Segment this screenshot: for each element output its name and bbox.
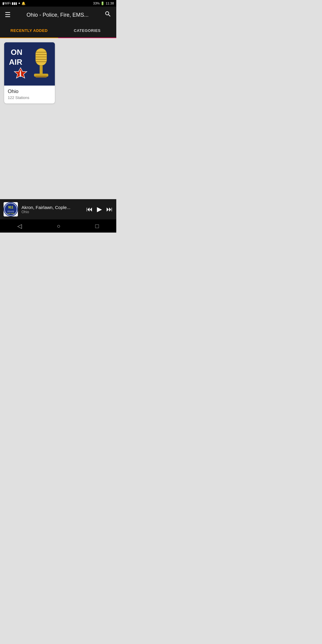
- recent-nav-button[interactable]: □: [95, 223, 99, 230]
- back-nav-button[interactable]: ◁: [17, 222, 22, 230]
- card-title: Ohio: [8, 89, 51, 95]
- player-controls: ⏮ ▶ ⏭: [86, 206, 113, 213]
- tab-recently-added-label: RECENTLY ADDED: [10, 28, 48, 33]
- tab-recently-added[interactable]: RECENTLY ADDED: [0, 23, 58, 38]
- svg-rect-13: [40, 66, 43, 75]
- menu-button[interactable]: ☰: [5, 12, 11, 18]
- card-body: Ohio 122 Stations: [4, 86, 55, 103]
- rewind-button[interactable]: ⏮: [86, 206, 93, 213]
- svg-text:AIR: AIR: [9, 58, 22, 66]
- ohio-card[interactable]: ON AIR: [4, 42, 55, 103]
- tab-bar: RECENTLY ADDED CATEGORIES: [0, 23, 116, 38]
- player-title: Akron, Fairlawn, Cople...: [21, 205, 83, 210]
- svg-rect-15: [35, 76, 47, 78]
- player-subtitle: Ohio: [21, 210, 83, 214]
- search-button[interactable]: [104, 10, 112, 19]
- status-left: ▮WiFi ▮▮▮ ✦ 🔔: [2, 1, 26, 5]
- home-nav-button[interactable]: ○: [57, 223, 60, 230]
- status-time-icons: 33% 🔋 11:38: [93, 1, 114, 5]
- status-bar: ▮WiFi ▮▮▮ ✦ 🔔 33% 🔋 11:38: [0, 0, 116, 7]
- tab-categories-label: CATEGORIES: [74, 28, 101, 33]
- svg-text:POLICE: POLICE: [7, 210, 14, 212]
- app-title: Ohio - Police, Fire, EMS...: [14, 12, 101, 18]
- tab-underline-recently-added: [0, 38, 58, 38]
- tab-underline-categories: [58, 38, 116, 38]
- svg-text:ON: ON: [11, 48, 22, 57]
- tab-categories[interactable]: CATEGORIES: [58, 23, 116, 38]
- card-subtitle: 122 Stations: [8, 95, 51, 100]
- content-area: ON AIR: [0, 38, 116, 199]
- player-thumbnail[interactable]: 911 POLICE FIRE EMS: [4, 202, 18, 216]
- card-image: ON AIR: [4, 42, 55, 86]
- player-info: Akron, Fairlawn, Cople... Ohio: [21, 205, 83, 214]
- app-bar: ☰ Ohio - Police, Fire, EMS...: [0, 7, 116, 23]
- nav-bar: ◁ ○ □: [0, 219, 116, 233]
- svg-text:911: 911: [8, 206, 13, 209]
- status-right: 33% 🔋 11:38: [93, 1, 114, 5]
- play-button[interactable]: ▶: [97, 206, 102, 213]
- fast-forward-button[interactable]: ⏭: [106, 206, 113, 213]
- svg-text:FIRE EMS: FIRE EMS: [7, 213, 14, 214]
- status-icons: ▮WiFi ▮▮▮ ✦ 🔔: [2, 1, 26, 5]
- player-bar: 911 POLICE FIRE EMS Akron, Fairlawn, Cop…: [0, 199, 116, 219]
